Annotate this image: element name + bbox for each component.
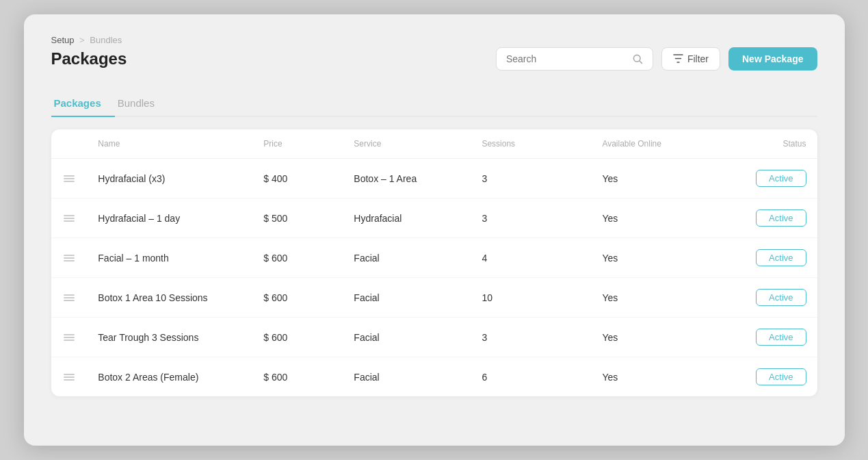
table-row: Facial – 1 month $ 600 Facial 4 Yes Acti…: [51, 238, 817, 278]
col-header-status: Status: [711, 129, 817, 159]
filter-icon: [673, 54, 683, 63]
drag-handle[interactable]: [51, 278, 88, 318]
row-service: Facial: [343, 357, 471, 397]
row-name: Hydrafacial – 1 day: [87, 199, 252, 238]
breadcrumb-setup: Setup: [51, 35, 75, 45]
col-header-sessions: Sessions: [471, 129, 591, 159]
drag-handle[interactable]: [51, 357, 88, 397]
row-name: Tear Trough 3 Sessions: [87, 318, 252, 357]
main-window: Setup > Bundles Packages Filter New Pack…: [24, 14, 845, 446]
row-status: Active: [711, 159, 817, 199]
col-header-available-online: Available Online: [591, 129, 711, 159]
breadcrumb-separator: >: [79, 35, 85, 45]
row-service: Facial: [343, 318, 471, 357]
packages-table-container: Name Price Service Sessions Available On…: [51, 129, 817, 396]
title-area: Setup > Bundles Packages: [51, 35, 127, 82]
row-service: Facial: [343, 278, 471, 318]
row-sessions: 3: [471, 318, 591, 357]
header-row: Setup > Bundles Packages Filter New Pack…: [51, 35, 817, 82]
tab-packages[interactable]: Packages: [51, 89, 115, 117]
svg-point-0: [633, 55, 640, 62]
filter-button[interactable]: Filter: [661, 47, 720, 71]
row-available-online: Yes: [591, 318, 711, 357]
row-available-online: Yes: [591, 357, 711, 397]
row-sessions: 10: [471, 278, 591, 318]
row-service: Botox – 1 Area: [343, 159, 471, 199]
status-badge[interactable]: Active: [756, 249, 806, 266]
row-price: $ 600: [252, 318, 343, 357]
table-row: Botox 1 Area 10 Sessions $ 600 Facial 10…: [51, 278, 817, 318]
new-package-button[interactable]: New Package: [728, 47, 817, 71]
table-row: Hydrafacial (x3) $ 400 Botox – 1 Area 3 …: [51, 159, 817, 199]
row-service: Facial: [343, 238, 471, 278]
row-sessions: 3: [471, 199, 591, 238]
drag-handle[interactable]: [51, 318, 88, 357]
col-header-name: Name: [87, 129, 252, 159]
status-badge[interactable]: Active: [756, 170, 806, 187]
status-badge[interactable]: Active: [756, 209, 806, 227]
col-header-drag: [51, 129, 88, 159]
breadcrumb-current: Bundles: [90, 35, 122, 45]
row-status: Active: [711, 318, 817, 357]
row-sessions: 3: [471, 159, 591, 199]
row-name: Hydrafacial (x3): [87, 159, 252, 199]
packages-table: Name Price Service Sessions Available On…: [51, 129, 817, 396]
filter-button-label: Filter: [687, 53, 709, 64]
search-box[interactable]: [496, 47, 653, 71]
row-price: $ 500: [252, 199, 343, 238]
row-available-online: Yes: [591, 238, 711, 278]
row-available-online: Yes: [591, 159, 711, 199]
row-status: Active: [711, 199, 817, 238]
row-sessions: 6: [471, 357, 591, 397]
row-price: $ 600: [252, 357, 343, 397]
page-title: Packages: [51, 49, 127, 68]
status-badge[interactable]: Active: [756, 368, 806, 385]
status-badge[interactable]: Active: [756, 329, 806, 346]
row-name: Facial – 1 month: [87, 238, 252, 278]
search-input[interactable]: [506, 53, 627, 64]
drag-handle[interactable]: [51, 199, 88, 238]
actions-area: Filter New Package: [496, 47, 817, 71]
table-row: Hydrafacial – 1 day $ 500 Hydrafacial 3 …: [51, 199, 817, 238]
row-price: $ 400: [252, 159, 343, 199]
table-body: Hydrafacial (x3) $ 400 Botox – 1 Area 3 …: [51, 159, 817, 397]
svg-line-1: [640, 61, 642, 63]
breadcrumb: Setup > Bundles: [51, 35, 127, 45]
row-available-online: Yes: [591, 278, 711, 318]
status-badge[interactable]: Active: [756, 289, 806, 306]
tab-bundles[interactable]: Bundles: [115, 89, 168, 117]
col-header-service: Service: [343, 129, 471, 159]
table-row: Tear Trough 3 Sessions $ 600 Facial 3 Ye…: [51, 318, 817, 357]
row-sessions: 4: [471, 238, 591, 278]
drag-handle[interactable]: [51, 159, 88, 199]
col-header-price: Price: [252, 129, 343, 159]
search-icon: [632, 53, 643, 64]
row-price: $ 600: [252, 238, 343, 278]
row-available-online: Yes: [591, 199, 711, 238]
drag-handle[interactable]: [51, 238, 88, 278]
row-price: $ 600: [252, 278, 343, 318]
tabs-bar: Packages Bundles: [51, 89, 817, 117]
row-status: Active: [711, 278, 817, 318]
row-service: Hydrafacial: [343, 199, 471, 238]
table-row: Botox 2 Areas (Female) $ 600 Facial 6 Ye…: [51, 357, 817, 397]
row-status: Active: [711, 357, 817, 397]
row-name: Botox 2 Areas (Female): [87, 357, 252, 397]
row-status: Active: [711, 238, 817, 278]
row-name: Botox 1 Area 10 Sessions: [87, 278, 252, 318]
table-header: Name Price Service Sessions Available On…: [51, 129, 817, 159]
